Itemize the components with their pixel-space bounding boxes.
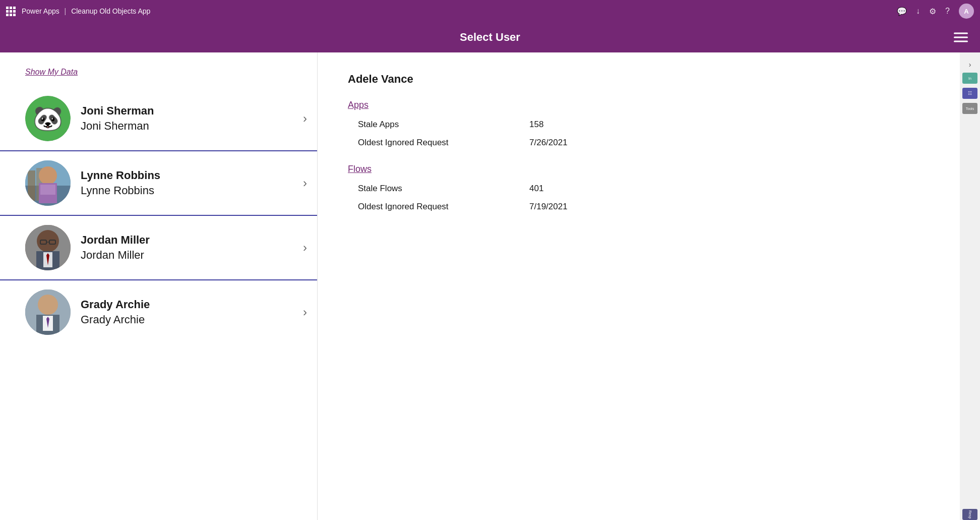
selected-user-name: Adele Vance	[348, 73, 930, 86]
user-item-lynne[interactable]: Lynne Robbins Lynne Robbins ›	[0, 151, 317, 216]
user-name-top-grady: Grady Archie	[81, 298, 293, 311]
left-panel: Show My Data 🐼 Joni Sherman Joni Sherman…	[0, 52, 318, 520]
app-header-title: Select User	[460, 31, 520, 44]
user-name-top-jordan: Jordan Miller	[81, 234, 293, 247]
user-avatar-topbar[interactable]: A	[959, 4, 974, 19]
user-name-bottom-jordan: Jordan Miller	[81, 249, 293, 262]
top-bar-right: 💬 ↓ ⚙ ? A	[897, 4, 974, 19]
top-bar-title: Power Apps | Cleanup Old Objects App	[22, 7, 150, 15]
stale-flows-value: 401	[529, 184, 543, 194]
right-panel: Adele Vance Apps Stale Apps 158 Oldest I…	[318, 52, 960, 520]
stale-apps-row: Stale Apps 158	[358, 120, 930, 130]
user-info-jordan: Jordan Miller Jordan Miller	[81, 234, 293, 262]
user-avatar-joni: 🐼	[25, 96, 71, 141]
page-name-label: Cleanup Old Objects App	[71, 7, 150, 15]
user-info-joni: Joni Sherman Joni Sherman	[81, 104, 293, 133]
user-info-lynne: Lynne Robbins Lynne Robbins	[81, 169, 293, 197]
chat-icon[interactable]: 💬	[897, 7, 907, 16]
user-info-grady: Grady Archie Grady Archie	[81, 298, 293, 326]
top-bar: Power Apps | Cleanup Old Objects App 💬 ↓…	[0, 0, 980, 22]
pipe-separator: |	[65, 7, 67, 15]
user-list: 🐼 Joni Sherman Joni Sherman ›	[0, 87, 317, 520]
settings-icon[interactable]: ⚙	[929, 7, 936, 16]
apps-oldest-ignored-label: Oldest Ignored Request	[358, 138, 499, 148]
user-item-joni[interactable]: 🐼 Joni Sherman Joni Sherman ›	[0, 87, 317, 151]
app-header: Select User	[0, 22, 980, 52]
user-name-bottom-grady: Grady Archie	[81, 313, 293, 326]
chevron-right-joni: ›	[303, 111, 307, 126]
user-item-jordan[interactable]: Jordan Miller Jordan Miller ›	[0, 216, 317, 280]
stale-apps-value: 158	[529, 120, 543, 130]
apps-grid-icon[interactable]	[6, 7, 16, 16]
chevron-right-jordan: ›	[303, 241, 307, 255]
stale-flows-label: Stale Flows	[358, 184, 499, 194]
app-name-label: Power Apps	[22, 7, 59, 15]
stale-flows-row: Stale Flows 401	[358, 184, 930, 194]
svg-point-16	[38, 295, 58, 315]
stale-apps-label: Stale Apps	[358, 120, 499, 130]
panda-icon: 🐼	[25, 96, 71, 141]
svg-rect-2	[28, 170, 35, 201]
user-avatar-grady	[25, 290, 71, 335]
hamburger-menu-button[interactable]	[954, 33, 968, 42]
chevron-right-lynne: ›	[303, 176, 307, 190]
user-avatar-lynne	[25, 160, 71, 206]
chevron-right-grady: ›	[303, 305, 307, 319]
user-avatar-jordan	[25, 225, 71, 270]
flows-oldest-ignored-value: 7/19/2021	[529, 202, 568, 212]
browser-panel-resp[interactable]: Resp	[962, 509, 977, 520]
apps-oldest-ignored-row: Oldest Ignored Request 7/26/2021	[358, 138, 930, 148]
flows-oldest-ignored-row: Oldest Ignored Request 7/19/2021	[358, 202, 930, 212]
show-my-data-link[interactable]: Show My Data	[0, 68, 317, 77]
svg-rect-6	[40, 185, 55, 195]
user-name-top-joni: Joni Sherman	[81, 104, 293, 118]
user-name-top-lynne: Lynne Robbins	[81, 169, 293, 182]
flows-stats: Stale Flows 401 Oldest Ignored Request 7…	[348, 184, 930, 212]
top-bar-left: Power Apps | Cleanup Old Objects App	[6, 7, 897, 16]
flows-section-link[interactable]: Flows	[348, 164, 930, 175]
main-content: Show My Data 🐼 Joni Sherman Joni Sherman…	[0, 52, 980, 520]
apps-stats: Stale Apps 158 Oldest Ignored Request 7/…	[348, 120, 930, 148]
svg-point-4	[39, 166, 57, 185]
browser-panel-item-1[interactable]: In	[962, 73, 977, 84]
browser-panel-item-2[interactable]: ☷	[962, 88, 977, 99]
apps-oldest-ignored-value: 7/26/2021	[529, 138, 568, 148]
browser-right-panel: › In ☷ Tools Resp	[960, 52, 980, 520]
download-icon[interactable]: ↓	[916, 7, 920, 16]
help-icon[interactable]: ?	[945, 7, 950, 16]
user-name-bottom-lynne: Lynne Robbins	[81, 184, 293, 197]
flows-oldest-ignored-label: Oldest Ignored Request	[358, 202, 499, 212]
browser-panel-collapse[interactable]: ›	[969, 61, 971, 69]
browser-panel-tools[interactable]: Tools	[962, 103, 977, 114]
user-item-grady[interactable]: Grady Archie Grady Archie ›	[0, 280, 317, 344]
apps-section-link[interactable]: Apps	[348, 100, 930, 110]
user-name-bottom-joni: Joni Sherman	[81, 120, 293, 133]
